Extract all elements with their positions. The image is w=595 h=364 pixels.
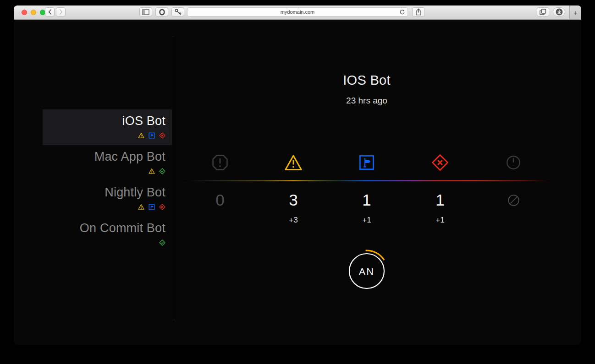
browser-window: mydomain.com — [14, 5, 581, 345]
errors-octagon-icon — [183, 154, 257, 171]
analysis-flag-icon — [149, 132, 155, 139]
stats-delta-row: +3 +1 +1 — [183, 215, 550, 226]
sidebar-item-on-commit-bot[interactable]: On Commit Bot — [43, 217, 172, 252]
integration-progress-badge[interactable]: AN — [342, 246, 392, 296]
downloads-button[interactable] — [553, 7, 565, 16]
failed-tests-diamond-icon — [403, 154, 477, 171]
forward-button[interactable] — [56, 7, 66, 16]
tab-overview-button[interactable] — [537, 7, 549, 16]
refresh-icon[interactable] — [399, 9, 405, 15]
success-diamond-icon — [159, 168, 165, 174]
failed-diamond-icon — [159, 132, 165, 139]
bot-name: Nightly Bot — [43, 184, 165, 201]
browser-toolbar: mydomain.com — [14, 5, 581, 20]
key-icon — [174, 8, 182, 16]
chevron-left-icon — [48, 9, 52, 15]
sidebar-item-nightly-bot[interactable]: Nightly Bot — [43, 181, 172, 217]
warnings-count: 3 — [257, 190, 330, 210]
warnings-delta: +3 — [257, 215, 330, 226]
address-bar-url: mydomain.com — [281, 9, 315, 15]
analysis-count: 1 — [330, 190, 403, 210]
keychain-button[interactable] — [171, 7, 184, 16]
errors-count: 0 — [183, 190, 257, 210]
bot-name: Mac App Bot — [43, 148, 165, 165]
duration-clock-icon — [477, 154, 550, 171]
analysis-flag-icon — [330, 154, 403, 171]
password-manager-o-icon — [159, 9, 165, 16]
stats-icon-row — [183, 154, 550, 171]
duration-delta — [477, 215, 550, 226]
warning-triangle-icon — [138, 204, 144, 210]
bot-status-icons — [43, 239, 165, 246]
back-button[interactable] — [45, 7, 55, 16]
sidebar-item-ios-bot[interactable]: iOS Bot — [43, 109, 172, 145]
last-integration-time: 23 hrs ago — [173, 96, 561, 106]
download-icon — [556, 8, 563, 16]
stats-value-row: 0 3 1 1 — [183, 190, 550, 210]
share-button[interactable] — [412, 7, 425, 16]
sidebar-toggle-button[interactable] — [139, 7, 152, 16]
warning-triangle-icon — [138, 132, 144, 139]
sidebar-icon — [142, 9, 149, 15]
bot-status-icons — [43, 168, 165, 174]
bot-title: IOS Bot — [173, 73, 561, 88]
failed-diamond-icon — [159, 204, 165, 210]
plus-icon: + — [573, 9, 578, 16]
bot-status-icons — [43, 132, 165, 139]
analysis-delta: +1 — [330, 215, 403, 226]
warnings-triangle-icon — [257, 154, 330, 171]
sidebar-item-mac-app-bot[interactable]: Mac App Bot — [43, 145, 172, 181]
close-window-button[interactable] — [22, 10, 27, 15]
chevron-right-icon — [59, 9, 63, 15]
failed-tests-delta: +1 — [403, 215, 477, 226]
minimize-window-button[interactable] — [31, 10, 36, 15]
page-content: iOS Bot Mac App Bot — [14, 20, 581, 345]
bot-name: iOS Bot — [43, 112, 165, 130]
tab-overview-icon — [540, 9, 546, 15]
warning-triangle-icon — [149, 168, 155, 174]
errors-delta — [183, 215, 257, 226]
share-icon — [415, 8, 422, 16]
bot-status-icons — [43, 204, 165, 210]
duration-none-icon — [477, 190, 550, 210]
status-gradient-rule — [183, 180, 550, 181]
analysis-flag-icon — [149, 204, 155, 210]
bot-name: On Commit Bot — [43, 219, 165, 237]
password-manager-button[interactable] — [155, 7, 168, 16]
badge-initials: AN — [359, 266, 375, 277]
bot-sidebar: iOS Bot Mac App Bot — [43, 109, 172, 252]
failed-tests-count: 1 — [403, 190, 477, 210]
address-bar[interactable]: mydomain.com — [187, 7, 408, 16]
new-tab-button[interactable]: + — [569, 5, 581, 19]
success-diamond-icon — [159, 239, 165, 246]
